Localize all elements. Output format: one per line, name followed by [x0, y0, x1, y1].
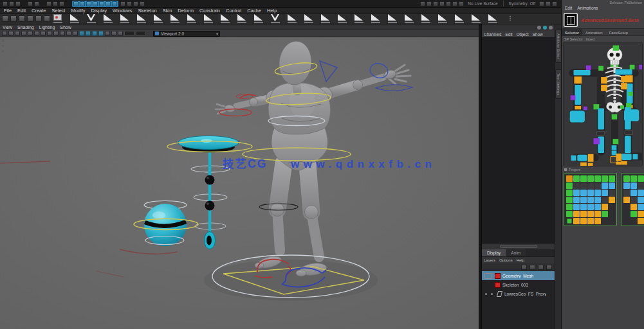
finger-button-left-r4c4[interactable]	[587, 197, 594, 203]
paint-select-icon[interactable]	[59, 1, 64, 6]
left-thigh-button[interactable]	[598, 108, 604, 129]
screen-space-ao-icon[interactable]	[459, 1, 464, 6]
finger-button-left-r7c1[interactable]	[567, 218, 571, 223]
overscan-icon[interactable]	[41, 31, 46, 36]
left-knee[interactable]	[271, 203, 284, 217]
shelf-button-11[interactable]	[219, 14, 233, 23]
finger-button-left-r5c2[interactable]	[573, 204, 580, 210]
lasso-tool-icon[interactable]	[53, 1, 58, 6]
right-hand-extra-button[interactable]	[620, 105, 624, 109]
use-all-lights-icon[interactable]	[98, 31, 104, 36]
camera-attributes-icon[interactable]	[15, 31, 20, 36]
shelf-button-26[interactable]	[470, 14, 484, 23]
shelf-button-2[interactable]	[68, 14, 82, 23]
shelf-button-27[interactable]	[486, 14, 501, 23]
object-mask-icon[interactable]	[80, 1, 85, 6]
finger-button-left-r1c1[interactable]	[566, 175, 573, 182]
finger-button-right-r1c3[interactable]	[638, 175, 644, 182]
menu-display[interactable]: Display	[91, 8, 107, 13]
left-toe-roll-button[interactable]	[588, 163, 593, 166]
menu-select[interactable]: Select	[52, 8, 66, 13]
field-chart-icon[interactable]	[66, 31, 71, 36]
curves-icon[interactable]	[27, 15, 33, 22]
finger-button-left-r6c4[interactable]	[587, 211, 594, 217]
finger-button-left-r5c4[interactable]	[587, 204, 594, 210]
left-elbow-button[interactable]	[574, 76, 582, 84]
component-mask-icon[interactable]	[86, 1, 91, 6]
shelf-button-13[interactable]	[252, 14, 266, 23]
stand-ball-joint[interactable]	[205, 201, 215, 211]
render-settings-icon[interactable]	[433, 1, 438, 6]
center-switch-button-1[interactable]	[612, 145, 617, 150]
viewport-panel[interactable]: ViewShadingLightingShow Viewport 2.0 ▾	[0, 24, 479, 329]
menu-deform[interactable]: Deform	[178, 8, 194, 13]
mid-center-button[interactable]	[613, 139, 619, 144]
shelf-button-6[interactable]	[135, 14, 149, 23]
finger-button-right-r3c3[interactable]	[638, 190, 644, 196]
new-scene-icon[interactable]	[3, 1, 8, 6]
torso-right-button-1[interactable]	[621, 76, 627, 82]
right-knee-toggle[interactable]	[625, 130, 633, 134]
channel-box-menu-show[interactable]: Show	[532, 32, 542, 37]
symmetry-label[interactable]: Symmetry: Off	[509, 1, 535, 6]
shelf-button-14[interactable]	[269, 14, 283, 23]
curve-mask-icon[interactable]	[99, 1, 104, 6]
deformation-mask-icon[interactable]	[112, 1, 117, 6]
shelf-button-19[interactable]	[353, 14, 367, 23]
bookmark-icon[interactable]	[21, 31, 26, 36]
finger-button-left-r3c4[interactable]	[587, 190, 594, 196]
textured-icon[interactable]	[92, 31, 97, 36]
viewport-menu-shading[interactable]: Shading	[17, 25, 34, 30]
mid-left-extra-button[interactable]	[594, 138, 600, 144]
shelf-button-23[interactable]	[419, 14, 434, 23]
finger-button-right-r4c1[interactable]	[623, 197, 630, 203]
shelf-button-16[interactable]	[302, 14, 317, 23]
shelf-button-1[interactable]	[51, 14, 66, 23]
right-shoulder-extra-button[interactable]	[639, 65, 643, 69]
shelf-button-10[interactable]	[202, 14, 216, 23]
head-picker-button[interactable]	[613, 46, 620, 51]
finger-button-right-r6c2[interactable]	[630, 211, 637, 217]
tab-anim[interactable]: Anim	[506, 249, 526, 256]
finger-button-right-r2c1[interactable]	[623, 182, 630, 189]
add-empty-layer-icon[interactable]	[538, 265, 544, 270]
finger-button-left-r7c2[interactable]	[573, 218, 580, 224]
finger-button-left-r4c2[interactable]	[573, 197, 580, 203]
torso-left-button-1[interactable]	[601, 77, 607, 84]
channel-box-menu-edit[interactable]: Edit	[505, 32, 512, 37]
display-lights-icon[interactable]	[439, 1, 445, 6]
finger-button-right-r1c2[interactable]	[630, 175, 637, 182]
finger-button-left-r4c5[interactable]	[594, 197, 601, 203]
channel-box-menu-object[interactable]: Object	[517, 32, 529, 37]
shelf-button-25[interactable]	[453, 14, 467, 23]
layer-row[interactable]: Skeleton_003	[482, 280, 555, 289]
finger-button-left-r6c5[interactable]	[594, 211, 601, 217]
layer-row[interactable]: LowresGeo_FS_Proxy	[482, 289, 555, 298]
shelf-button-24[interactable]	[436, 14, 450, 23]
tab-display[interactable]: Display	[482, 249, 506, 256]
finger-button-left-r1c2[interactable]	[573, 175, 580, 182]
construction-history-icon[interactable]	[539, 1, 544, 6]
finger-button-right-r6c3[interactable]	[638, 211, 644, 217]
menu-control[interactable]: Control	[226, 8, 241, 13]
move-layer-down-icon[interactable]	[529, 265, 535, 270]
finger-button-right-r1c1[interactable]	[623, 175, 630, 182]
tab-attribute-editor[interactable]: Attribute Editor	[555, 30, 562, 63]
shelf-button-4[interactable]	[102, 14, 116, 23]
left-wrist-button[interactable]	[575, 106, 581, 109]
finger-button-left-r4c1[interactable]	[566, 197, 573, 203]
layer-playback-dot[interactable]	[491, 293, 493, 295]
menu-skeleton[interactable]: Skeleton	[138, 8, 157, 13]
redo-icon[interactable]	[34, 1, 39, 6]
right-roll-button[interactable]	[621, 161, 627, 164]
anim-state-icon[interactable]	[543, 26, 547, 30]
shelf-button-20[interactable]	[369, 14, 383, 23]
finger-button-right-r3c2[interactable]	[630, 190, 637, 196]
snap-view-plane-icon[interactable]	[140, 1, 145, 6]
finger-button-left-r4c7[interactable]	[609, 197, 615, 203]
layer-editor-menu-layers[interactable]: Layers	[484, 258, 495, 262]
finger-button-left-r1c4[interactable]	[587, 175, 594, 182]
menu-edit[interactable]: Edit	[17, 8, 26, 13]
root-button[interactable]	[612, 114, 618, 120]
menu-windows[interactable]: Windows	[113, 8, 132, 13]
